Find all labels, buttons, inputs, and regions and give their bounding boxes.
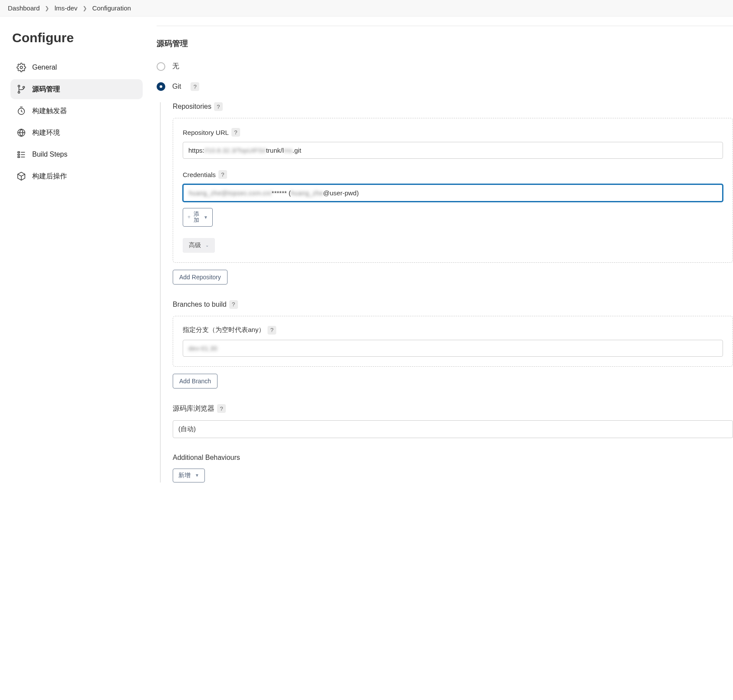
- sidebar-item-label: General: [32, 64, 57, 71]
- radio-checked-icon: [157, 82, 165, 91]
- branch-spec-label: 指定分支（为空时代表any） ?: [183, 326, 723, 335]
- help-icon[interactable]: ?: [218, 170, 227, 179]
- svg-point-1: [18, 85, 20, 87]
- repo-browser-heading: 源码库浏览器 ?: [173, 404, 733, 413]
- add-credentials-button[interactable]: + 添加 ▼: [183, 208, 213, 227]
- repository-box: Repository URL ? https: //10.8.32.3/TopU…: [173, 118, 733, 263]
- sidebar-item-post-build[interactable]: 构建后操作: [10, 166, 143, 186]
- help-icon[interactable]: ?: [268, 326, 276, 335]
- breadcrumb-configuration[interactable]: Configuration: [92, 4, 131, 12]
- sidebar-item-general[interactable]: General: [10, 57, 143, 77]
- sidebar-item-label: 构建环境: [32, 128, 60, 137]
- scm-option-none[interactable]: 无: [157, 62, 733, 71]
- add-behaviour-button[interactable]: 新增 ▼: [173, 469, 205, 482]
- repositories-heading: Repositories ?: [173, 102, 733, 111]
- help-icon[interactable]: ?: [229, 300, 238, 309]
- credentials-label: Credentials ?: [183, 170, 723, 179]
- help-icon[interactable]: ?: [217, 404, 226, 413]
- main-content: 源码管理 无 Git ? Repositories ? Repository U…: [148, 17, 733, 500]
- radio-label: Git: [172, 83, 181, 90]
- svg-point-0: [20, 66, 23, 69]
- radio-label: 无: [172, 62, 179, 71]
- sidebar-item-label: 源码管理: [32, 85, 60, 94]
- help-icon[interactable]: ?: [191, 82, 199, 91]
- radio-icon: [157, 62, 165, 71]
- branch-spec-input[interactable]: dev-01.30: [183, 340, 723, 357]
- breadcrumb: Dashboard ❯ lms-dev ❯ Configuration: [0, 0, 733, 17]
- repo-url-input[interactable]: https: //10.8.32.3/TopUIFSI/ trunk/l ms …: [183, 142, 723, 159]
- git-config-block: Repositories ? Repository URL ? https: /…: [160, 102, 733, 482]
- advanced-button[interactable]: 高级 ⌄: [183, 238, 215, 253]
- caret-down-icon: ▼: [195, 473, 199, 478]
- git-branch-icon: [17, 84, 26, 94]
- sidebar-item-triggers[interactable]: 构建触发器: [10, 101, 143, 121]
- help-icon[interactable]: ?: [214, 102, 223, 111]
- package-icon: [17, 171, 26, 181]
- chevron-down-icon: ⌄: [205, 243, 209, 248]
- sidebar-item-scm[interactable]: 源码管理: [10, 79, 143, 99]
- breadcrumb-dashboard[interactable]: Dashboard: [8, 4, 40, 12]
- svg-point-2: [18, 91, 20, 93]
- config-sidebar: Configure General 源码管理 构建触发器 构建环境: [0, 17, 148, 198]
- caret-down-icon: ▼: [204, 215, 208, 220]
- plus-icon: +: [187, 214, 191, 220]
- svg-point-3: [23, 86, 24, 88]
- additional-behaviours-heading: Additional Behaviours: [173, 454, 733, 462]
- chevron-right-icon: ❯: [83, 5, 87, 11]
- sidebar-item-environment[interactable]: 构建环境: [10, 123, 143, 143]
- scm-option-git[interactable]: Git ?: [157, 82, 733, 91]
- sidebar-item-build-steps[interactable]: Build Steps: [10, 144, 143, 164]
- add-repository-button[interactable]: Add Repository: [173, 270, 228, 285]
- clock-icon: [17, 106, 26, 116]
- branch-box: 指定分支（为空时代表any） ? dev-01.30: [173, 316, 733, 367]
- repo-browser-select[interactable]: (自动): [173, 420, 733, 438]
- gear-icon: [17, 63, 26, 72]
- add-branch-button[interactable]: Add Branch: [173, 374, 218, 389]
- scm-section-title: 源码管理: [157, 38, 733, 49]
- list-icon: [17, 150, 26, 159]
- credentials-select[interactable]: huang_zhe@topsec.com.cn/ ****** ( huang_…: [183, 184, 723, 202]
- help-icon[interactable]: ?: [231, 128, 240, 137]
- sidebar-item-label: Build Steps: [32, 151, 67, 158]
- svg-rect-6: [18, 152, 20, 153]
- sidebar-item-label: 构建后操作: [32, 172, 67, 181]
- sidebar-item-label: 构建触发器: [32, 107, 67, 116]
- svg-rect-8: [18, 157, 20, 158]
- svg-rect-7: [18, 154, 20, 155]
- chevron-right-icon: ❯: [45, 5, 49, 11]
- branches-heading: Branches to build ?: [173, 300, 733, 309]
- repo-url-label: Repository URL ?: [183, 128, 723, 137]
- breadcrumb-project[interactable]: lms-dev: [54, 4, 77, 12]
- page-title: Configure: [12, 30, 143, 45]
- globe-icon: [17, 128, 26, 137]
